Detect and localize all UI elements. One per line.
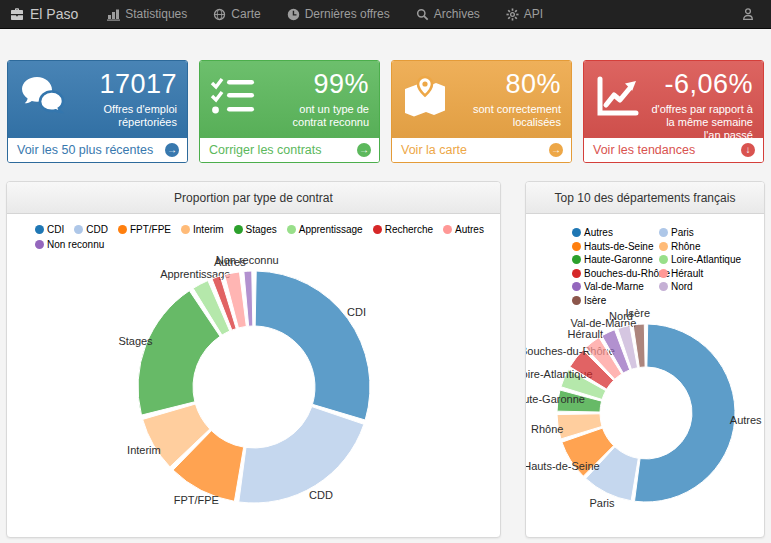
card-link-voir-carte[interactable]: Voir la carte → <box>392 138 571 162</box>
card-link-label: Voir les tendances <box>593 143 695 157</box>
legend-label: Hauts-de-Seine <box>584 241 653 252</box>
nav-item-statistiques[interactable]: Statistiques <box>94 0 200 28</box>
legend-item-Rhône[interactable]: Rhône <box>659 240 764 254</box>
donut-slice-CDD[interactable] <box>239 407 364 503</box>
legend-dot <box>35 225 44 234</box>
legend-item-Haute-Garonne[interactable]: Haute-Garonne <box>572 253 659 267</box>
legend-item-Hérault[interactable]: Hérault <box>659 267 764 281</box>
legend-label: Hérault <box>671 268 703 279</box>
legend-dot <box>572 282 581 291</box>
nav-label: Archives <box>434 7 480 21</box>
legend-item-Nord[interactable]: Nord <box>659 280 764 294</box>
card-value: 99% <box>264 69 369 99</box>
legend-item-Paris[interactable]: Paris <box>659 226 764 240</box>
nav-item-dernieres-offres[interactable]: Dernières offres <box>274 0 403 28</box>
legend-dot <box>373 225 382 234</box>
chat-bubbles-icon <box>18 69 72 123</box>
card-caption: d'offres par rapport à la même semaine l… <box>648 103 753 142</box>
card-localisees: 80% sont correctement localisées Voir la… <box>391 60 572 163</box>
legend-label: CDI <box>47 224 64 235</box>
slice-label-Autres: Autres <box>730 414 762 426</box>
card-caption: ont un type de contrat reconnu <box>264 103 369 129</box>
card-link-voir-les-50[interactable]: Voir les 50 plus récentes → <box>8 138 187 162</box>
legend-dot <box>659 282 668 291</box>
legend-dot <box>181 225 190 234</box>
card-text: 99% ont un type de contrat reconnu <box>264 69 369 129</box>
legend-dot <box>659 255 668 264</box>
card-type-contrat-reconnu: 99% ont un type de contrat reconnu Corri… <box>199 60 380 163</box>
legend-item-CDI[interactable]: CDI <box>35 224 64 235</box>
panel-body: CDICDDFPT/FPEInterimStagesApprentissageR… <box>7 214 500 537</box>
card-value: 80% <box>456 69 561 99</box>
card-caption: sont correctement localisées <box>456 103 561 129</box>
legend-item-Stages[interactable]: Stages <box>234 224 277 235</box>
legend-item-Non reconnu[interactable]: Non reconnu <box>35 239 104 250</box>
nav-item-archives[interactable]: Archives <box>403 0 493 28</box>
contract-type-donut-chart: CDICDDFPT/FPEInterimStagesApprentissageA… <box>7 214 500 537</box>
legend-item-Val-de-Marne[interactable]: Val-de-Marne <box>572 280 659 294</box>
legend-dot <box>659 269 668 278</box>
legend-label: Stages <box>246 224 277 235</box>
card-value: 17017 <box>72 69 177 99</box>
legend-item-Loire-Atlantique[interactable]: Loire-Atlantique <box>659 253 764 267</box>
donut-slice-Autres[interactable] <box>635 324 735 502</box>
arrow-right-circle-icon: → <box>549 143 563 157</box>
bar-chart-icon <box>107 8 120 21</box>
card-body: 80% sont correctement localisées <box>392 61 571 138</box>
clock-icon <box>287 8 300 21</box>
slice-label-Interim: Interim <box>127 444 161 456</box>
legend-item-Apprentissage[interactable]: Apprentissage <box>287 224 363 235</box>
legend-item-Autres[interactable]: Autres <box>443 224 484 235</box>
slice-label-Paris: Paris <box>589 497 615 509</box>
stat-cards-row: 17017 Offres d'emploi répertoriées Voir … <box>7 60 764 163</box>
legend-label: Bouches-du-Rhône <box>584 268 670 279</box>
legend-label: Val-de-Marne <box>584 281 644 292</box>
arrow-down-circle-icon: ↓ <box>741 143 755 157</box>
legend-item-Isère[interactable]: Isère <box>572 294 659 308</box>
legend-item-CDD[interactable]: CDD <box>74 224 108 235</box>
legend-dot <box>118 225 127 234</box>
legend-dot <box>659 242 668 251</box>
card-link-label: Voir les 50 plus récentes <box>17 143 153 157</box>
departements-legend: AutresParisHauts-de-SeineRhôneHaute-Garo… <box>572 226 764 307</box>
legend-item-Autres[interactable]: Autres <box>572 226 659 240</box>
legend-dot <box>234 225 243 234</box>
card-link-corriger-contrats[interactable]: Corriger les contrats → <box>200 138 379 162</box>
legend-label: Nord <box>671 281 693 292</box>
legend-label: Recherche <box>385 224 433 235</box>
legend-dot <box>74 225 83 234</box>
legend-item-Interim[interactable]: Interim <box>181 224 224 235</box>
nav-item-api[interactable]: API <box>493 0 556 28</box>
nav-item-carte[interactable]: Carte <box>200 0 273 28</box>
legend-dot <box>572 242 581 251</box>
nav-label: Statistiques <box>125 7 187 21</box>
legend-label: Paris <box>671 227 694 238</box>
panel-top-departements: Top 10 des départements français AutresP… <box>525 181 765 538</box>
user-menu[interactable] <box>735 7 761 21</box>
donut-slice-CDI[interactable] <box>255 271 370 420</box>
legend-label: Apprentissage <box>299 224 363 235</box>
slice-label-CDD: CDD <box>309 489 333 501</box>
card-body: -6,06% d'offres par rapport à la même se… <box>584 61 763 138</box>
slice-label-Hérault: Hérault <box>568 328 603 340</box>
card-link-label: Voir la carte <box>401 143 467 157</box>
legend-dot <box>572 255 581 264</box>
arrow-right-circle-icon: → <box>165 143 179 157</box>
nav-label: Dernières offres <box>305 7 390 21</box>
card-body: 17017 Offres d'emploi répertoriées <box>8 61 187 138</box>
card-tendance: -6,06% d'offres par rapport à la même se… <box>583 60 764 163</box>
legend-item-FPT/FPE[interactable]: FPT/FPE <box>118 224 171 235</box>
panel-title: Proportion par type de contrat <box>7 182 500 214</box>
brand[interactable]: El Paso <box>10 6 78 22</box>
legend-item-Recherche[interactable]: Recherche <box>373 224 433 235</box>
legend-dot <box>443 225 452 234</box>
legend-dot <box>572 269 581 278</box>
map-marker-icon <box>402 69 456 123</box>
slice-label-Rhône: Rhône <box>531 423 563 435</box>
card-link-label: Corriger les contrats <box>209 143 322 157</box>
arrow-right-circle-icon: → <box>357 143 371 157</box>
legend-item-Hauts-de-Seine[interactable]: Hauts-de-Seine <box>572 240 659 254</box>
trend-chart-icon <box>594 69 648 123</box>
legend-item-Bouches-du-Rhône[interactable]: Bouches-du-Rhône <box>572 267 659 281</box>
search-icon <box>416 8 429 21</box>
